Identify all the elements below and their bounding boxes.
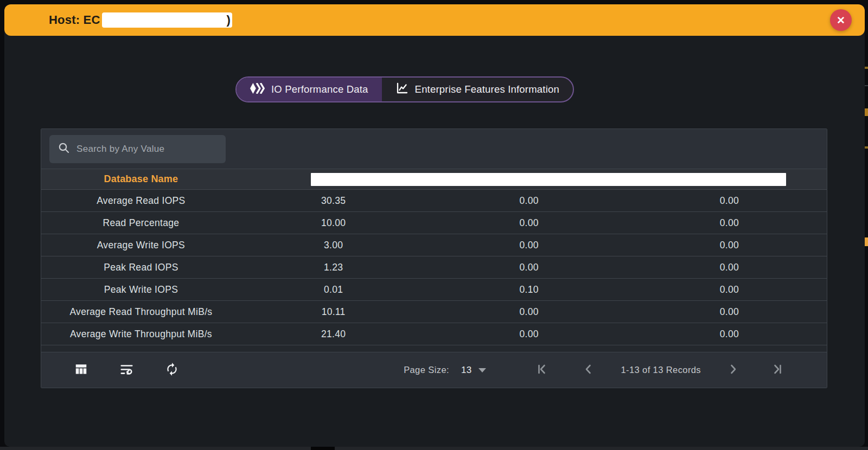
background-fragment — [865, 237, 868, 246]
tab-label: Enterprise Features Information — [415, 83, 559, 95]
table-row: Average Read IOPS 30.35 0.00 0.00 — [41, 190, 827, 212]
tab-bar: IO Performance Data Enterprise Features … — [235, 76, 574, 102]
metric-value: 0.00 — [426, 240, 632, 251]
metric-label: Average Write IOPS — [41, 240, 241, 251]
pagination: Page Size: 13 — [404, 363, 783, 377]
background-page-right-edge — [865, 36, 868, 447]
redacted-host-name — [102, 12, 232, 28]
metric-value: 0.00 — [632, 284, 827, 295]
metric-value: 0.00 — [632, 262, 827, 273]
horizontal-scrollbar[interactable] — [0, 447, 868, 450]
metric-value: 0.00 — [426, 329, 632, 340]
metric-value: 0.10 — [426, 284, 632, 295]
table-toolbar — [41, 129, 827, 169]
metric-value: 0.00 — [632, 306, 827, 318]
page-size-value: 13 — [461, 365, 472, 376]
host-title-suffix: ) — [227, 13, 231, 27]
modal-title: Host: EC ) — [49, 12, 231, 28]
background-fragment — [865, 108, 868, 116]
metric-value: 0.00 — [426, 195, 632, 207]
table-header-row: Database Name — [41, 169, 827, 190]
chevron-left-icon — [583, 363, 593, 377]
table-footer: Page Size: 13 — [41, 352, 827, 388]
column-header-database-name: Database Name — [41, 173, 241, 185]
table-action-buttons — [72, 361, 181, 380]
previous-page-button[interactable] — [583, 363, 593, 377]
background-fragment — [865, 85, 868, 86]
last-page-button[interactable] — [771, 363, 783, 377]
first-page-icon — [536, 363, 548, 377]
records-range-text: 1-13 of 13 Records — [621, 365, 701, 375]
last-page-icon — [771, 363, 783, 377]
metric-value: 0.00 — [426, 262, 632, 273]
scrollbar-gap — [311, 447, 335, 450]
metric-value: 3.00 — [241, 240, 426, 251]
chevron-down-icon — [478, 368, 486, 372]
column-settings-button[interactable] — [72, 361, 90, 380]
page-size-select[interactable]: 13 — [461, 365, 487, 376]
close-icon: ✕ — [837, 14, 845, 27]
metric-label: Average Read IOPS — [41, 195, 241, 207]
table-row: Peak Read IOPS 1.23 0.00 0.00 — [41, 256, 827, 279]
table-row: Read Percentage 10.00 0.00 0.00 — [41, 212, 827, 234]
next-page-button[interactable] — [728, 363, 739, 377]
table-columns-icon — [74, 362, 88, 378]
search-input[interactable] — [76, 144, 217, 155]
page-size-label: Page Size: — [404, 365, 449, 375]
modal-header: Host: EC ) ✕ — [4, 4, 865, 36]
wrap-text-icon — [119, 362, 134, 378]
background-fragment — [865, 146, 868, 149]
metric-label: Peak Read IOPS — [41, 262, 241, 273]
table-row: Peak Write IOPS 0.01 0.10 0.00 — [41, 279, 827, 301]
metric-value: 0.00 — [632, 217, 827, 229]
refresh-button[interactable] — [163, 361, 181, 380]
table-row: Average Write Throughput MiB/s 21.40 0.0… — [41, 323, 827, 345]
background-fragment — [865, 67, 868, 69]
background-page-left-edge: o e a — [0, 36, 4, 447]
search-box[interactable] — [49, 135, 226, 163]
metric-value: 0.00 — [426, 217, 632, 229]
metric-label: Peak Write IOPS — [41, 284, 241, 295]
host-title-prefix: Host: EC — [49, 13, 100, 27]
metric-value: 30.35 — [241, 195, 426, 207]
line-chart-icon — [395, 82, 409, 98]
clipped-table-row — [41, 345, 827, 352]
metric-value: 21.40 — [241, 329, 426, 340]
tab-enterprise-features-information[interactable]: Enterprise Features Information — [382, 78, 573, 101]
metric-value: 10.11 — [241, 306, 426, 318]
metric-value: 1.23 — [241, 262, 426, 273]
metric-value: 0.00 — [632, 329, 827, 340]
metric-value: 0.00 — [632, 195, 827, 207]
redacted-database-names — [311, 173, 786, 186]
search-icon — [58, 142, 70, 156]
table-row: Average Read Throughput MiB/s 10.11 0.00… — [41, 301, 827, 323]
table-row: Average Write IOPS 3.00 0.00 0.00 — [41, 234, 827, 256]
metric-value: 0.00 — [426, 306, 632, 318]
metric-label: Average Write Throughput MiB/s — [41, 329, 241, 340]
host-details-modal: Host: EC ) ✕ IO Performance Data — [4, 4, 865, 447]
tab-label: IO Performance Data — [271, 83, 368, 95]
metric-label: Average Read Throughput MiB/s — [41, 306, 241, 318]
refresh-icon — [165, 362, 179, 378]
metric-label: Read Percentage — [41, 217, 241, 229]
io-performance-table: Database Name Average Read IOPS 30.35 0.… — [41, 128, 827, 388]
hive-diamond-icon — [250, 83, 265, 97]
metric-value: 10.00 — [241, 217, 426, 229]
metric-value: 0.01 — [241, 284, 426, 295]
table-body: Average Read IOPS 30.35 0.00 0.00 Read P… — [41, 190, 827, 352]
wrap-text-button[interactable] — [117, 361, 136, 380]
metric-value: 0.00 — [632, 240, 827, 251]
first-page-button[interactable] — [536, 363, 548, 377]
tab-io-performance-data[interactable]: IO Performance Data — [237, 78, 382, 101]
close-button[interactable]: ✕ — [830, 9, 852, 31]
chevron-right-icon — [728, 363, 739, 377]
